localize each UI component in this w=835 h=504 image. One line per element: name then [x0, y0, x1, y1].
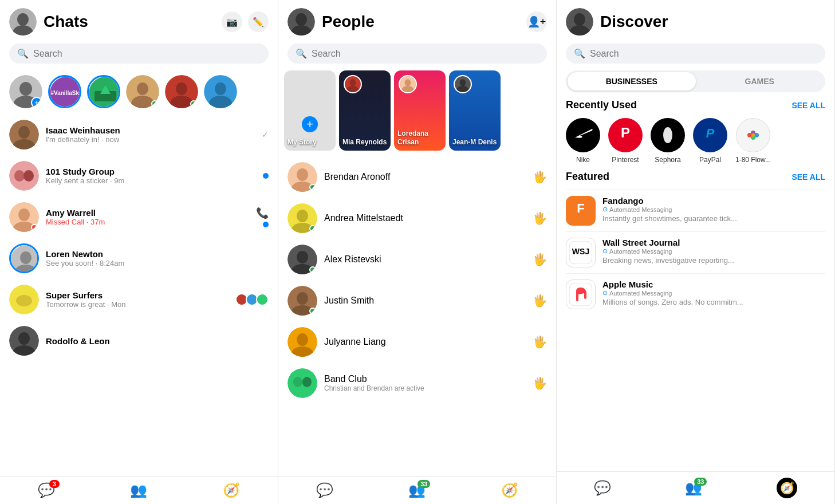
recently-used-title: Recently Used: [566, 99, 637, 111]
chats-user-avatar[interactable]: [9, 8, 37, 36]
chat-item-rodolfo[interactable]: Rodolfo & Leon: [0, 320, 278, 361]
recent-app-nike-label: Nike: [576, 156, 590, 164]
story-card-my-story[interactable]: + My Story: [284, 70, 336, 151]
svg-point-45: [350, 79, 356, 86]
people-search-bar[interactable]: 🔍: [287, 44, 547, 64]
story-card-loredana[interactable]: Loredana Crisan: [394, 70, 446, 151]
people-panel: People 👤+ 🔍 + My Story Mia Reynolds Lore…: [278, 0, 557, 504]
story-label-mia: Mia Reynolds: [342, 138, 387, 146]
recent-app-paypal-label: PayPal: [699, 156, 721, 164]
story-person3[interactable]: [204, 75, 237, 108]
recent-app-nike[interactable]: Nike: [566, 118, 600, 164]
chat-item-amy[interactable]: Amy Warrell Missed Call · 37m 📞: [0, 196, 278, 238]
recent-app-paypal[interactable]: P PayPal: [693, 118, 727, 164]
featured-name-fandango: Fandango: [602, 196, 825, 206]
compose-button[interactable]: ✏️: [248, 11, 269, 32]
discover-content: Recently Used SEE ALL Nike P Pinterest: [557, 99, 834, 471]
person-item-band-club[interactable]: Band Club Christian and Brendan are acti…: [278, 363, 556, 404]
svg-text:F: F: [577, 201, 584, 215]
people-nav-chat[interactable]: 💬: [316, 482, 333, 498]
recently-used-header: Recently Used SEE ALL: [566, 99, 825, 111]
person-avatar-julyanne: [287, 327, 317, 357]
chat-item-loren[interactable]: Loren Newton See you soon! · 8:24am: [0, 238, 278, 279]
wave-icon-band-club[interactable]: 🖐: [533, 376, 547, 390]
people-nav-compass[interactable]: 🧭: [501, 482, 518, 498]
tab-businesses[interactable]: BUSINESSES: [568, 72, 696, 90]
featured-item-apple-music[interactable]: Apple Music ⊙ Automated Messaging Millio…: [566, 273, 825, 315]
people-search-icon: 🔍: [296, 48, 307, 59]
chats-nav-compass[interactable]: 🧭: [223, 482, 240, 498]
person-item-alex[interactable]: Alex Ristevski 🖐: [278, 239, 556, 280]
wave-icon-brendan[interactable]: 🖐: [533, 170, 547, 184]
discover-nav-people[interactable]: 👥 33: [685, 480, 702, 496]
person-item-brendan[interactable]: Brendan Aronoff 🖐: [278, 156, 556, 198]
story-person2[interactable]: [165, 75, 198, 108]
chat-avatar-amy: [9, 202, 39, 232]
discover-bottom-nav: 💬 👥 33 🧭: [557, 471, 834, 504]
wave-icon-julyanne[interactable]: 🖐: [533, 335, 547, 349]
verified-icon-fandango: ⊙: [602, 206, 608, 213]
chat-item-super-surfers[interactable]: Super Surfers Tomorrow is great · Mon: [0, 279, 278, 320]
story-landscape[interactable]: [87, 75, 120, 108]
chat-info-isaac: Isaac Weinhausen I'm definately in! · no…: [46, 125, 255, 144]
wave-icon-justin[interactable]: 🖐: [533, 294, 547, 308]
discover-search-input[interactable]: [590, 49, 817, 59]
discover-nav-compass[interactable]: 🧭: [777, 478, 797, 498]
chat-info-rodolfo: Rodolfo & Leon: [46, 336, 269, 346]
people-bottom-nav: 💬 👥 33 🧭: [278, 476, 556, 504]
featured-icon-apple-music: [566, 279, 596, 309]
tab-games[interactable]: GAMES: [696, 72, 824, 90]
compass-nav-icon: 🧭: [223, 482, 240, 498]
add-story-item[interactable]: +: [9, 75, 42, 108]
story-card-mia[interactable]: Mia Reynolds: [339, 70, 391, 151]
chat-name-rodolfo: Rodolfo & Leon: [46, 336, 269, 346]
discover-search-bar[interactable]: 🔍: [566, 44, 825, 64]
chat-name-isaac: Isaac Weinhausen: [46, 125, 255, 135]
people-search-input[interactable]: [312, 49, 539, 59]
discover-nav-chat[interactable]: 💬: [594, 480, 611, 496]
svg-point-24: [14, 170, 25, 182]
wave-icon-alex[interactable]: 🖐: [533, 253, 547, 266]
chats-search-bar[interactable]: 🔍: [9, 44, 269, 64]
svg-point-68: [287, 368, 317, 398]
recent-app-pinterest[interactable]: P Pinterest: [608, 118, 643, 164]
recently-used-see-all[interactable]: SEE ALL: [791, 101, 825, 110]
person-item-julyanne[interactable]: Julyanne Liang 🖐: [278, 321, 556, 363]
camera-button[interactable]: 📷: [222, 11, 242, 32]
person-avatar-justin: [287, 286, 317, 316]
featured-see-all[interactable]: SEE ALL: [791, 172, 825, 182]
chats-search-input[interactable]: [33, 49, 261, 59]
people-nav-people[interactable]: 👥 33: [408, 482, 426, 498]
featured-badge-apple-music: ⊙ Automated Messaging: [602, 289, 825, 297]
featured-item-wsj[interactable]: WSJ Wall Street Journal ⊙ Automated Mess…: [566, 231, 825, 273]
recent-app-flowers[interactable]: 1-80 Flow...: [735, 118, 771, 164]
recent-app-pinterest-label: Pinterest: [612, 156, 639, 164]
story-vanillasky[interactable]: #VanillaSky: [48, 75, 81, 108]
people-user-avatar[interactable]: [287, 8, 315, 36]
add-people-button[interactable]: 👤+: [526, 11, 547, 32]
featured-icon-fandango: F: [566, 196, 596, 226]
recent-app-sephora[interactable]: Sephora: [651, 118, 685, 164]
featured-item-fandango[interactable]: F Fandango ⊙ Automated Messaging Instant…: [566, 190, 825, 231]
chat-item-isaac[interactable]: Isaac Weinhausen I'm definately in! · no…: [0, 114, 278, 155]
chats-header: Chats 📷 ✏️: [0, 0, 278, 44]
svg-point-27: [18, 208, 30, 221]
story-label-my-story: My Story: [287, 138, 332, 146]
featured-badge-fandango: ⊙ Automated Messaging: [602, 206, 825, 213]
chats-nav-chat[interactable]: 💬 3: [38, 482, 55, 498]
svg-point-33: [16, 295, 32, 306]
unread-dot-amy: [263, 222, 269, 227]
person-subtitle-band-club: Christian and Brendan are active: [324, 384, 526, 392]
discover-user-avatar[interactable]: [566, 8, 593, 36]
wave-icon-andrea[interactable]: 🖐: [533, 211, 547, 225]
chats-title: Chats: [44, 13, 215, 31]
people-nav-compass-icon: 🧭: [501, 482, 518, 498]
person-item-justin[interactable]: Justin Smith 🖐: [278, 280, 556, 321]
chats-nav-people[interactable]: 👥: [130, 482, 147, 498]
chat-name-loren: Loren Newton: [46, 249, 269, 259]
svg-point-25: [23, 170, 34, 182]
story-card-jean[interactable]: Jean-M Denis: [449, 70, 501, 151]
person-item-andrea[interactable]: Andrea Mittelstaedt 🖐: [278, 198, 556, 239]
chat-item-study-group[interactable]: 101 Study Group Kelly sent a sticker · 9…: [0, 155, 278, 196]
story-person1[interactable]: [126, 75, 159, 108]
